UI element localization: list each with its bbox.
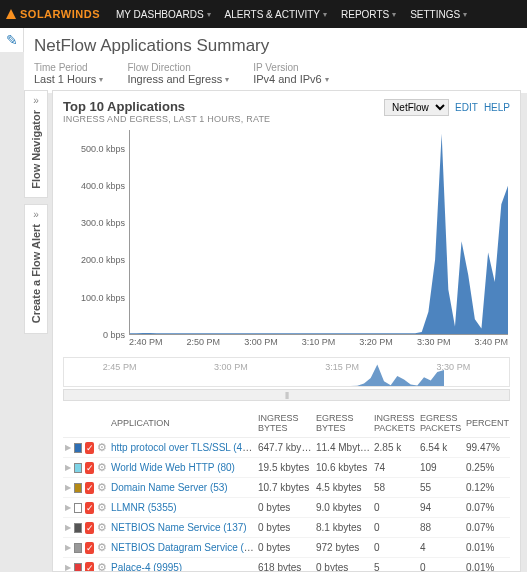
checkbox[interactable]: ✓ [85, 562, 94, 573]
gear-icon[interactable]: ⚙ [97, 501, 107, 514]
gear-icon[interactable]: ⚙ [97, 441, 107, 454]
checkbox[interactable]: ✓ [85, 462, 94, 474]
edit-link[interactable]: EDIT [455, 102, 478, 113]
col-header[interactable]: PERCENT [464, 409, 510, 438]
table-body: ▶✓⚙http protocol over TLS/SSL (443)647.7… [63, 438, 510, 573]
egress-packets: 109 [418, 458, 464, 478]
filter-value: IPv4 and IPv6 [253, 73, 322, 85]
chart-svg [130, 130, 508, 334]
percent: 0.25% [464, 458, 510, 478]
checkbox[interactable]: ✓ [85, 522, 94, 534]
filters: Time Period Last 1 Hours▾ Flow Direction… [34, 62, 517, 85]
plot-area[interactable] [129, 130, 508, 335]
gear-icon[interactable]: ⚙ [97, 521, 107, 534]
egress-packets: 94 [418, 498, 464, 518]
topnav-item[interactable]: MY DASHBOARDS▾ [110, 5, 217, 24]
side-tab-alert[interactable]: » Create a Flow Alert [24, 204, 48, 334]
panel-subtitle: INGRESS AND EGRESS, LAST 1 HOURS, RATE [63, 114, 270, 124]
app-link[interactable]: http protocol over TLS/SSL (443) [111, 442, 256, 453]
topnav-item[interactable]: REPORTS▾ [335, 5, 402, 24]
ingress-bytes: 0 bytes [256, 498, 314, 518]
table-row: ▶✓⚙Palace-4 (9995)618 bytes0 bytes500.01… [63, 558, 510, 573]
x-tick: 2:40 PM [129, 337, 163, 355]
col-header[interactable]: EGRESS PACKETS [418, 409, 464, 438]
percent: 0.07% [464, 518, 510, 538]
edit-icon[interactable]: ✎ [6, 32, 18, 48]
ingress-bytes: 19.5 kbytes [256, 458, 314, 478]
expand-icon: » [33, 209, 39, 220]
app-link[interactable]: Palace-4 (9995) [111, 562, 182, 572]
help-link[interactable]: HELP [484, 102, 510, 113]
filter-ip[interactable]: IP Version IPv4 and IPv6▾ [253, 62, 329, 85]
filter-value: Last 1 Hours [34, 73, 96, 85]
table-row: ▶✓⚙NETBIOS Name Service (137)0 bytes8.1 … [63, 518, 510, 538]
table-row: ▶✓⚙World Wide Web HTTP (80)19.5 kbytes10… [63, 458, 510, 478]
gear-icon[interactable]: ⚙ [97, 541, 107, 554]
y-tick: 0 bps [103, 330, 125, 340]
checkbox[interactable]: ✓ [85, 482, 94, 494]
gear-icon[interactable]: ⚙ [97, 461, 107, 474]
topnav-item[interactable]: SETTINGS▾ [404, 5, 473, 24]
y-tick: 500.0 kbps [81, 144, 125, 154]
ingress-bytes: 0 bytes [256, 538, 314, 558]
app-link[interactable]: NETBIOS Datagram Service (138) [111, 542, 256, 553]
expand-icon[interactable]: ▶ [65, 503, 71, 512]
filter-label: Time Period [34, 62, 103, 73]
color-swatch [74, 463, 82, 473]
col-header[interactable]: EGRESS BYTES [314, 409, 372, 438]
filter-flow[interactable]: Flow Direction Ingress and Egress▾ [127, 62, 229, 85]
egress-packets: 4 [418, 538, 464, 558]
side-tab-label: Flow Navigator [30, 110, 42, 189]
percent: 0.07% [464, 498, 510, 518]
app-link[interactable]: LLMNR (5355) [111, 502, 177, 513]
x-tick: 3:20 PM [359, 337, 393, 355]
gear-icon[interactable]: ⚙ [97, 561, 107, 572]
color-swatch [74, 443, 82, 453]
scroll-strip[interactable] [63, 389, 510, 401]
brand: SOLARWINDS [6, 8, 100, 20]
expand-icon[interactable]: ▶ [65, 563, 71, 572]
app-link[interactable]: Domain Name Server (53) [111, 482, 228, 493]
table-row: ▶✓⚙http protocol over TLS/SSL (443)647.7… [63, 438, 510, 458]
expand-icon[interactable]: ▶ [65, 463, 71, 472]
col-header[interactable]: INGRESS BYTES [256, 409, 314, 438]
topnav-item[interactable]: ALERTS & ACTIVITY▾ [219, 5, 333, 24]
col-header[interactable]: APPLICATION [109, 409, 256, 438]
panel-title: Top 10 Applications [63, 99, 270, 114]
side-tab-navigator[interactable]: » Flow Navigator [24, 90, 48, 198]
ingress-packets: 0 [372, 498, 418, 518]
y-axis: 0 bps100.0 kbps200.0 kbps300.0 kbps400.0… [63, 130, 129, 335]
app-link[interactable]: World Wide Web HTTP (80) [111, 462, 235, 473]
ingress-packets: 2.85 k [372, 438, 418, 458]
source-select[interactable]: NetFlow [384, 99, 449, 116]
page-header: NetFlow Applications Summary Time Period… [24, 28, 527, 93]
checkbox[interactable]: ✓ [85, 442, 94, 454]
brand-text: SOLARWINDS [20, 8, 100, 20]
color-swatch [74, 563, 82, 573]
col-header[interactable]: INGRESS PACKETS [372, 409, 418, 438]
ingress-packets: 58 [372, 478, 418, 498]
y-tick: 300.0 kbps [81, 218, 125, 228]
chevron-down-icon: ▾ [225, 75, 229, 84]
filter-time[interactable]: Time Period Last 1 Hours▾ [34, 62, 103, 85]
filter-label: IP Version [253, 62, 329, 73]
checkbox[interactable]: ✓ [85, 542, 94, 554]
x-tick: 3:00 PM [244, 337, 278, 355]
x-tick: 3:40 PM [474, 337, 508, 355]
gear-icon[interactable]: ⚙ [97, 481, 107, 494]
expand-icon[interactable]: ▶ [65, 483, 71, 492]
app-link[interactable]: NETBIOS Name Service (137) [111, 522, 247, 533]
y-tick: 400.0 kbps [81, 181, 125, 191]
egress-packets: 0 [418, 558, 464, 573]
checkbox[interactable]: ✓ [85, 502, 94, 514]
minimap[interactable]: 2:45 PM3:00 PM3:15 PM3:30 PM [63, 357, 510, 387]
panel: Top 10 Applications INGRESS AND EGRESS, … [52, 90, 521, 572]
panel-header: Top 10 Applications INGRESS AND EGRESS, … [63, 99, 510, 124]
egress-packets: 88 [418, 518, 464, 538]
expand-icon[interactable]: ▶ [65, 523, 71, 532]
ingress-bytes: 618 bytes [256, 558, 314, 573]
expand-icon[interactable]: ▶ [65, 543, 71, 552]
chevron-down-icon: ▾ [99, 75, 103, 84]
color-swatch [74, 523, 82, 533]
expand-icon[interactable]: ▶ [65, 443, 71, 452]
